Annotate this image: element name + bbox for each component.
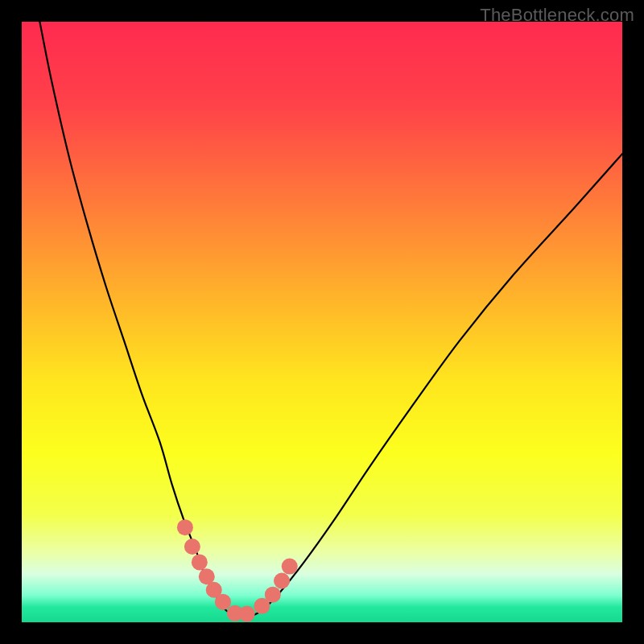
marker-point — [265, 587, 281, 603]
marker-point — [274, 573, 290, 589]
chart-frame: TheBottleneck.com — [0, 0, 644, 644]
marker-point — [282, 559, 298, 575]
plot-area — [22, 22, 622, 622]
marker-point — [184, 539, 200, 555]
marker-point — [215, 594, 231, 610]
marker-point — [239, 606, 255, 622]
marker-point — [192, 554, 208, 570]
curve-layer — [22, 22, 622, 622]
bottleneck-curve — [39, 22, 622, 617]
highlighted-markers — [177, 519, 298, 621]
marker-point — [177, 519, 193, 535]
watermark-text: TheBottleneck.com — [480, 5, 634, 26]
